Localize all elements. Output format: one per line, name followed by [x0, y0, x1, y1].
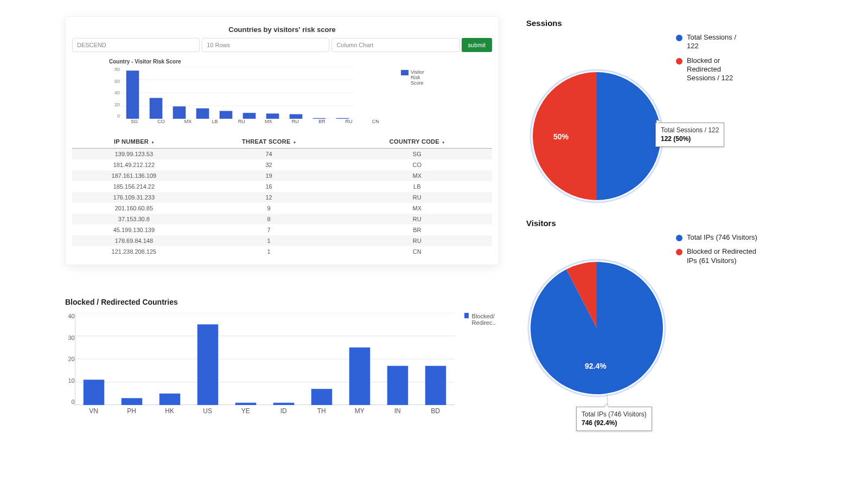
visitors-legend: Total IPs (746 Visitors) Blocked or Redi…: [676, 233, 763, 271]
legend-swatch-blue: [401, 70, 409, 75]
col-cc-label: COUNTRY CODE: [390, 138, 439, 145]
risk-mini-chart: Country - Visitor Risk Score 806040200 S…: [72, 52, 492, 130]
svg-rect-23: [121, 398, 142, 405]
cell-cc: RU: [342, 235, 492, 246]
cell-score: 8: [196, 214, 342, 224]
table-row[interactable]: 181.49.212.12232CO: [72, 159, 492, 170]
table-row[interactable]: 139.99.123.5374SG: [72, 149, 492, 160]
dot-icon: [676, 249, 682, 255]
cell-ip: 37.153.30.8: [72, 214, 196, 224]
cell-cc: MX: [342, 170, 492, 181]
mini-legend-label: Visitor Risk Score: [411, 70, 432, 86]
svg-rect-12: [290, 114, 303, 119]
legend-blocked-label: Blocked or Redirected IPs (61 Visitors): [687, 247, 763, 265]
cell-cc: SG: [342, 149, 492, 160]
table-row[interactable]: 178.69.84.1481RU: [72, 235, 492, 246]
cell-ip: 176.109.31.233: [72, 192, 196, 203]
dot-icon: [676, 235, 682, 241]
cell-score: 16: [196, 181, 342, 192]
cell-ip: 185.156.214.22: [72, 181, 196, 192]
cell-ip: 45.199.130.139: [72, 224, 196, 235]
blocked-x-axis: VNPHHKUSYEIDTHMYINBD: [75, 407, 455, 415]
blocked-legend-label: Blocked/ Redirec..: [472, 313, 499, 326]
cell-ip: 121.238.208.125: [72, 246, 196, 257]
svg-rect-5: [126, 70, 139, 119]
visitors-tooltip: Total IPs (746 Visitors) 746 (92.4%): [576, 407, 652, 431]
dot-icon: [676, 35, 682, 41]
tooltip-value: 122 (50%): [661, 134, 719, 143]
svg-rect-28: [311, 389, 332, 405]
table-row[interactable]: 45.199.130.1397BR: [72, 224, 492, 235]
legend-blocked-label: Blocked or Redirected Sessions / 122: [687, 56, 746, 83]
cell-score: 32: [196, 159, 342, 170]
mini-y-axis: 806040200: [106, 67, 120, 119]
visitors-pie-block: 92.4% Total IPs (746 Visitors) Blocked o…: [526, 233, 781, 439]
visitors-pie: 92.4%: [526, 233, 667, 412]
cell-score: 9: [196, 203, 342, 214]
col-score-label: THREAT SCORE: [242, 138, 291, 145]
tooltip-value: 746 (92.4%): [582, 419, 647, 427]
rows-select[interactable]: 10 Rows: [202, 38, 329, 52]
cell-cc: RU: [342, 214, 492, 224]
sessions-tooltip: Total Sessions / 122 122 (50%): [655, 123, 724, 147]
chart-type-select[interactable]: Column Chart: [331, 38, 459, 52]
submit-button[interactable]: submit: [462, 38, 492, 52]
cell-ip: 187.161.136.109: [72, 170, 196, 181]
cell-ip: 139.99.123.53: [72, 149, 196, 160]
tooltip-title: Total Sessions / 122: [661, 126, 719, 134]
table-row[interactable]: 176.109.31.23312RU: [72, 192, 492, 203]
cell-score: 1: [196, 246, 342, 257]
blocked-chart-title: Blocked / Redirected Countries: [65, 298, 499, 306]
col-cc[interactable]: COUNTRY CODE ♦: [342, 135, 492, 149]
visitors-title: Visitors: [526, 219, 781, 228]
table-row[interactable]: 201.160.60.859MX: [72, 203, 492, 214]
svg-rect-22: [83, 380, 104, 405]
sort-icon: ♦: [442, 140, 444, 145]
col-ip[interactable]: IP NUMBER ♦: [72, 135, 196, 149]
svg-rect-27: [273, 403, 294, 405]
sessions-pie-block: 50% Total Sessions / 122 Blocked or Redi…: [526, 33, 781, 212]
svg-rect-8: [196, 108, 209, 119]
cell-cc: CN: [342, 246, 492, 257]
blocked-countries-chart: Blocked / Redirected Countries 403020100…: [65, 298, 499, 415]
risk-score-card: Countries by visitors' risk score DESCEN…: [65, 16, 499, 265]
cell-score: 7: [196, 224, 342, 235]
card-controls: DESCEND 10 Rows Column Chart submit: [72, 38, 492, 52]
cell-cc: LB: [342, 181, 492, 192]
cell-score: 19: [196, 170, 342, 181]
svg-rect-25: [197, 324, 218, 405]
legend-total-label: Total IPs (746 Visitors): [687, 233, 763, 242]
col-score[interactable]: THREAT SCORE ♦: [196, 135, 342, 149]
table-row[interactable]: 121.238.208.1251CN: [72, 246, 492, 257]
card-title: Countries by visitors' risk score: [72, 22, 492, 38]
svg-text:92.4%: 92.4%: [585, 362, 607, 370]
legend-item-blocked[interactable]: Blocked or Redirected Sessions / 122: [676, 56, 746, 83]
blocked-chart-legend: Blocked/ Redirec..: [464, 313, 499, 415]
dot-icon: [676, 58, 682, 65]
table-row[interactable]: 185.156.214.2216LB: [72, 181, 492, 192]
legend-item-blocked[interactable]: Blocked or Redirected IPs (61 Visitors): [676, 247, 763, 265]
legend-item-total[interactable]: Total IPs (746 Visitors): [676, 233, 763, 242]
svg-rect-29: [349, 348, 370, 405]
cell-cc: BR: [342, 224, 492, 235]
cell-score: 74: [196, 149, 342, 160]
cell-cc: CO: [342, 159, 492, 170]
blocked-y-axis: 403020100: [65, 313, 75, 405]
legend-item-total[interactable]: Total Sessions / 122: [676, 33, 746, 51]
cell-score: 1: [196, 235, 342, 246]
mini-chart-legend: Visitor Risk Score: [401, 70, 432, 86]
svg-text:50%: 50%: [553, 132, 569, 141]
sessions-title: Sessions: [526, 18, 781, 28]
sessions-legend: Total Sessions / 122 Blocked or Redirect…: [676, 33, 746, 88]
sort-select[interactable]: DESCEND: [72, 38, 200, 52]
svg-rect-26: [235, 403, 256, 405]
tooltip-pointer-inner: [604, 404, 609, 407]
svg-rect-30: [387, 366, 408, 405]
col-ip-label: IP NUMBER: [114, 138, 149, 145]
svg-rect-11: [266, 113, 279, 119]
table-row[interactable]: 37.153.30.88RU: [72, 214, 492, 224]
svg-rect-9: [220, 111, 233, 119]
svg-rect-24: [159, 394, 180, 405]
table-row[interactable]: 187.161.136.10919MX: [72, 170, 492, 181]
mini-chart-title: Country - Visitor Risk Score: [109, 59, 487, 65]
